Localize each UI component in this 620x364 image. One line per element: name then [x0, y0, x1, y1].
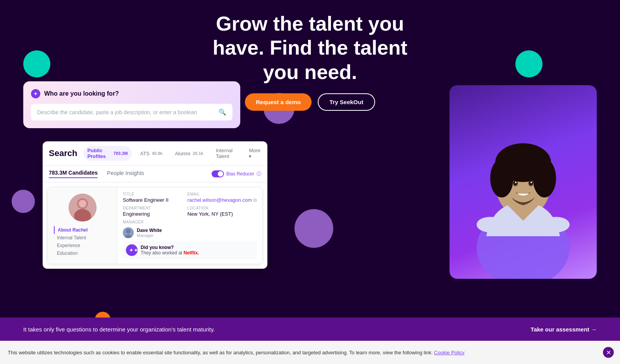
profile-details-grid: Title Software Engineer II Email rachel.… [123, 192, 257, 217]
svg-point-19 [515, 182, 517, 183]
tab-ats[interactable]: ATS 40.8k [136, 149, 167, 158]
request-demo-button[interactable]: Request a demo [245, 93, 312, 111]
profile-avatar [69, 194, 96, 221]
decorative-circle-purple-bottom [294, 209, 333, 248]
location-field: Location New York, NY (EST) [188, 206, 257, 217]
did-you-know-card: ✦✦ Did you know? They also worked at Net… [123, 241, 257, 259]
email-field: Email rachel.wilson@hexagon.com ⧉ [188, 192, 257, 203]
banner-text: It takes only five questions to determin… [23, 326, 215, 333]
avatar-image [69, 194, 96, 221]
svg-point-22 [542, 217, 570, 232]
bias-reducer-info-icon: ⓘ [257, 171, 261, 177]
svg-text:✦✦: ✦✦ [129, 247, 138, 253]
profile-nav-about[interactable]: About Rachel [54, 226, 111, 234]
decorative-circle-teal-left [23, 50, 50, 77]
results-tabs: Search Public Profiles 783.3M ATS 40.8k … [43, 141, 267, 166]
manager-row: Dave White Manager [123, 227, 257, 238]
dept-label: Department [123, 206, 184, 210]
department-field: Department Engineering [123, 206, 184, 217]
search-widget: ✦ Who are you looking for? Describe the … [23, 81, 240, 128]
manager-name: Dave White [137, 228, 162, 233]
sub-tab-candidates[interactable]: 783.3M Candidates [49, 170, 98, 178]
svg-point-13 [490, 159, 513, 197]
title-label: Title [123, 192, 184, 196]
tab-alumni-badge: 20.1k [193, 151, 203, 156]
decorative-circle-teal-right [515, 50, 542, 77]
bias-reducer-toggle[interactable] [212, 170, 224, 177]
profile-left-panel: About Rachel Internal Talent Experience … [48, 187, 117, 264]
tab-alumni[interactable]: Alumni 20.1k [171, 149, 207, 158]
title-field: Title Software Engineer II [123, 192, 184, 203]
tab-public-profiles[interactable]: Public Profiles 783.3M [83, 146, 131, 161]
try-seekout-button[interactable]: Try SeekOut [318, 93, 375, 111]
search-label: Search [49, 148, 77, 158]
take-assessment-link[interactable]: Take our assessment → [530, 326, 597, 333]
cookie-close-button[interactable]: ✕ [603, 347, 614, 358]
bias-reducer-label: Bias Reducer [226, 171, 254, 177]
hero-person-photo [450, 85, 597, 279]
cookie-text: This website utilizes technologies such … [8, 350, 465, 355]
dyk-header: Did you know? [141, 245, 174, 250]
person-photo-background [450, 85, 597, 279]
seekout-logo-icon: ✦ [31, 89, 40, 98]
profile-nav-experience[interactable]: Experience [54, 242, 111, 249]
dyk-text: Did you know? They also worked at Netfli… [141, 245, 199, 256]
title-value: Software Engineer II [123, 197, 184, 203]
dept-value: Engineering [123, 211, 184, 217]
dyk-icon: ✦✦ [126, 244, 138, 256]
tab-alumni-label: Alumni [175, 151, 190, 156]
svg-point-18 [529, 180, 533, 186]
tab-internal-talent[interactable]: Internal Talent [212, 146, 245, 161]
email-value-container: rachel.wilson@hexagon.com ⧉ [188, 197, 257, 203]
dyk-body: They also worked at Netflix. [141, 250, 199, 256]
svg-point-14 [533, 159, 556, 197]
toggle-dot [218, 171, 223, 177]
hero-title: Grow the talent you have. Find the talen… [194, 12, 426, 84]
tab-ats-badge: 40.8k [152, 151, 163, 156]
tab-ats-label: ATS [140, 151, 150, 156]
results-panel: Search Public Profiles 783.3M ATS 40.8k … [43, 141, 267, 269]
svg-point-21 [477, 217, 504, 232]
bottom-banner: It takes only five questions to determin… [0, 318, 620, 341]
tab-more[interactable]: More ▾ [249, 148, 261, 159]
profile-nav-education[interactable]: Education [54, 249, 111, 257]
tab-public-profiles-badge: 783.3M [114, 151, 128, 156]
email-value[interactable]: rachel.wilson@hexagon.com [188, 197, 252, 203]
search-widget-header: ✦ Who are you looking for? [31, 89, 232, 98]
results-sub-tabs: 783.3M Candidates People Insights Bias R… [43, 166, 267, 182]
email-label: Email [188, 192, 257, 196]
svg-point-5 [126, 229, 131, 234]
dyk-company: Netflix. [184, 250, 199, 256]
person-illustration [455, 101, 591, 279]
bias-reducer-control[interactable]: Bias Reducer ⓘ [212, 170, 261, 177]
svg-point-17 [513, 180, 518, 186]
people-insights-label: People Insights [107, 170, 144, 176]
profile-right-panel: Title Software Engineer II Email rachel.… [117, 187, 262, 264]
candidates-count-label: 783.3M Candidates [49, 170, 98, 176]
manager-title: Manager [137, 233, 162, 238]
svg-point-3 [79, 200, 86, 208]
manager-avatar [123, 227, 134, 238]
cookie-bar: This website utilizes technologies such … [0, 341, 620, 364]
sub-tab-people-insights[interactable]: People Insights [107, 170, 144, 178]
profile-nav-internal[interactable]: Internal Talent [54, 234, 111, 242]
manager-info: Dave White Manager [137, 228, 162, 238]
svg-point-20 [530, 182, 532, 183]
manager-avatar-image [123, 227, 134, 238]
location-value: New York, NY (EST) [188, 211, 257, 217]
search-input-placeholder: Describe the candidate, paste a job desc… [37, 109, 197, 115]
search-input-container[interactable]: Describe the candidate, paste a job desc… [31, 104, 232, 120]
location-label: Location [188, 206, 257, 210]
manager-label: Manager [123, 220, 257, 224]
copy-email-icon[interactable]: ⧉ [253, 197, 257, 203]
tab-internal-talent-label: Internal Talent [216, 148, 241, 159]
decorative-circle-purple-left [12, 190, 35, 213]
cookie-policy-link[interactable]: Cookie Policy [434, 350, 465, 355]
search-widget-title: Who are you looking for? [44, 90, 119, 97]
search-magnifier-icon: 🔍 [219, 108, 226, 116]
tab-public-profiles-label: Public Profiles [87, 148, 111, 159]
profile-card: About Rachel Internal Talent Experience … [47, 187, 263, 264]
